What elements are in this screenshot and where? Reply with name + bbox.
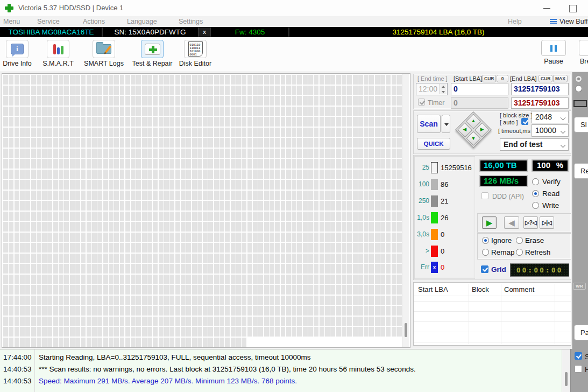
stat-block-swatch [431, 195, 438, 207]
divider [414, 296, 571, 296]
strip-button-pa[interactable]: Pa [574, 325, 588, 340]
divider [414, 342, 571, 342]
start-button[interactable]: ▶ [482, 216, 497, 229]
column-header-block: Block [472, 285, 489, 293]
ignore-radio[interactable] [482, 237, 489, 244]
divider [469, 284, 469, 344]
device-bar: TOSHIBA MG08ACA16TE SN: 15X0A0PDFWTG x F… [0, 27, 588, 37]
test-repair-icon [145, 44, 160, 55]
scan-button[interactable]: Scan [417, 115, 441, 133]
erase-radio[interactable] [516, 237, 523, 244]
strip-radio-2[interactable] [575, 85, 582, 92]
timeout-select[interactable]: 10000 [532, 124, 569, 137]
smart-logs-button[interactable]: SMART Logs [82, 40, 126, 67]
play-icon: ▶ [486, 219, 493, 227]
spinner-buttons[interactable] [440, 84, 447, 94]
block-size-select[interactable]: 2048 [532, 111, 569, 123]
log-scrollbar[interactable] [562, 349, 570, 392]
menu-item-service[interactable]: Service [37, 16, 60, 27]
title-bar: Victoria 5.37 HDD/SSD | Device 1 [0, 0, 588, 16]
menu-item-actions[interactable]: Actions [83, 16, 105, 27]
menu-item-help[interactable]: Help [508, 16, 522, 27]
end-lba-max-button[interactable]: MAX [553, 75, 568, 82]
seek-icon: ▷?◁ [525, 220, 536, 226]
column-header-comment: Comment [504, 285, 534, 293]
divider [414, 321, 571, 322]
log-text: Starting Reading, LBA=0..31251759103, FU… [39, 352, 310, 363]
stat-label: 100 [415, 180, 429, 188]
end-action-select[interactable]: End of test [500, 138, 569, 151]
log-text: *** Scan results: no warnings, no errors… [39, 363, 416, 375]
stat-row-100: 100 86 [415, 179, 474, 191]
defect-table[interactable]: Start LBA Block Comment [413, 282, 571, 346]
read-label: Read [542, 190, 559, 198]
stat-value: 21 [441, 197, 448, 205]
auto-label: [ auto ] [500, 119, 518, 125]
spinner-down-icon[interactable] [440, 89, 447, 95]
refresh-radio[interactable] [516, 249, 523, 256]
speed-display: 126 MB/s [479, 175, 528, 187]
stat-row-3s: 3,0s 0 [415, 229, 474, 241]
timer-current-field: 0 [451, 97, 508, 109]
verify-radio[interactable] [532, 178, 539, 185]
size-display: 16,00 TB [479, 159, 528, 172]
erase-label: Erase [525, 236, 544, 244]
minimize-button[interactable] [538, 0, 556, 16]
grid-checkbox[interactable] [481, 265, 488, 273]
timer-checkbox[interactable] [418, 99, 425, 106]
divider [555, 284, 555, 344]
end-time-spinner[interactable]: 12:00 [416, 83, 448, 95]
remap-label: Remap [491, 248, 515, 256]
remap-radio[interactable] [482, 249, 489, 256]
err-cross-icon: x [431, 262, 438, 273]
percent-unit: % [556, 160, 563, 171]
strip-button-sl[interactable]: Sl [574, 117, 588, 132]
bottom-checkbox-s[interactable] [575, 352, 582, 360]
ddd-api-checkbox[interactable] [481, 192, 488, 199]
menu-item-settings[interactable]: Settings [179, 16, 203, 27]
start-lba-cur-button[interactable]: CUR [482, 75, 496, 82]
log-entry: 17:44:00 Starting Reading, LBA=0..312517… [0, 352, 562, 363]
start-lba-zero-button[interactable]: 0 [497, 75, 508, 82]
strip-radio-1[interactable] [575, 75, 582, 82]
scan-map [3, 75, 402, 347]
back-button[interactable]: ◀ [504, 216, 519, 229]
scan-map-scrollbar[interactable] [402, 74, 409, 347]
drive-info-button[interactable]: i Drive Info [1, 40, 33, 67]
end-time-label: [ End time ] [417, 75, 448, 82]
stop-icon: ▷|◁ [542, 220, 552, 226]
end-lba-cur-button[interactable]: CUR [539, 75, 552, 82]
start-lba-input[interactable]: 0 [451, 83, 508, 95]
read-radio[interactable] [532, 190, 539, 197]
stop-button[interactable]: ▷|◁ [540, 216, 554, 229]
device-close-button[interactable]: x [199, 27, 210, 37]
menu-item-language[interactable]: Language [127, 16, 157, 27]
disk-editor-button[interactable]: 0101101100111010000001 Disk Editor [176, 40, 214, 67]
view-buff-button[interactable]: View Buff [550, 16, 587, 27]
bottom-checkbox-h[interactable] [575, 365, 582, 373]
test-repair-button[interactable]: Test & Repair [129, 40, 175, 67]
wr-toggle[interactable]: WR [573, 283, 586, 290]
pause-button[interactable]: Pause [541, 40, 566, 65]
smart-label: S.M.A.R.T [39, 60, 77, 67]
end-lba-input[interactable]: 31251759103 [511, 83, 569, 95]
stat-label: 250 [415, 197, 429, 205]
seek-test-button[interactable]: ▷?◁ [523, 216, 538, 229]
menu-item-menu[interactable]: Menu [3, 16, 20, 27]
stat-block-swatch [431, 179, 438, 190]
strip-button-re[interactable]: Re [574, 163, 588, 179]
write-radio[interactable] [532, 202, 539, 209]
scan-dropdown-button[interactable] [442, 115, 450, 133]
timer-end-field: 31251759103 [511, 97, 569, 109]
stat-block-swatch: x [431, 262, 438, 273]
auto-checkbox[interactable] [521, 118, 528, 125]
spinner-up-icon[interactable] [440, 84, 447, 89]
end-lba-label: [End LBA] [510, 75, 537, 82]
smart-button[interactable]: S.M.A.R.T [39, 40, 77, 67]
maximize-button[interactable] [564, 0, 582, 16]
break-button[interactable]: Bre [579, 40, 588, 65]
scrollbar-thumb[interactable] [405, 323, 407, 337]
divider [414, 311, 571, 312]
quick-button[interactable]: QUICK [417, 138, 450, 150]
scrollbar-thumb[interactable] [565, 372, 568, 386]
